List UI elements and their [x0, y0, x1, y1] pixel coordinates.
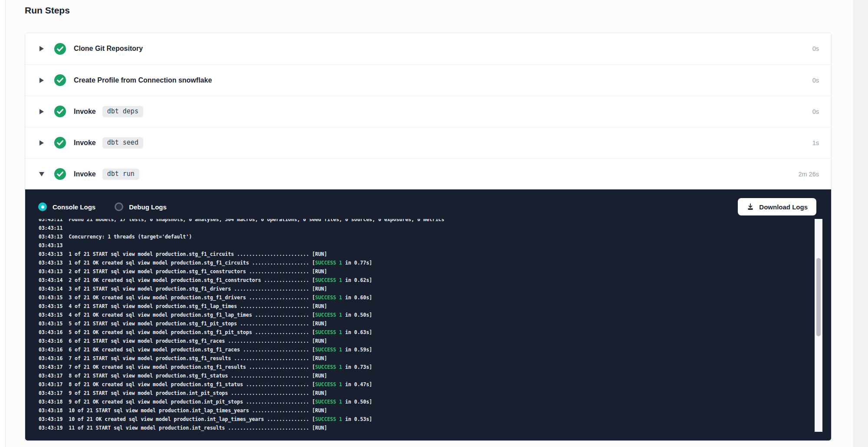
log-line: 03:43:16 6 of 21 START sql view model pr… [39, 337, 831, 345]
step-command-badge: dbt deps [102, 106, 143, 117]
step-row[interactable]: Invokedbt run2m 26s [25, 158, 831, 189]
log-line: 03:43:16 7 of 21 START sql view model pr… [39, 354, 831, 363]
log-scrollbar[interactable] [815, 219, 822, 432]
log-line: 03:43:17 7 of 21 OK created sql view mod… [39, 363, 831, 371]
log-line: 03:43:16 6 of 21 OK created sql view mod… [39, 345, 831, 354]
step-row[interactable]: Clone Git Repository0s [25, 33, 831, 64]
log-line: 03:43:11 Found 21 models, 17 tests, 0 sn… [39, 219, 831, 224]
log-line: 03:43:17 9 of 21 START sql view model pr… [39, 389, 831, 397]
log-line: 03:43:15 4 of 21 OK created sql view mod… [39, 311, 831, 319]
step-row[interactable]: Invokedbt deps0s [25, 96, 831, 127]
step-title: Invoke [74, 139, 96, 147]
chevron-down-icon[interactable] [38, 172, 45, 176]
step-title: Invoke [74, 170, 96, 178]
log-line: 03:43:14 3 of 21 START sql view model pr… [39, 285, 831, 293]
log-line: 03:43:13 1 of 21 START sql view model pr… [39, 250, 831, 258]
log-line: 03:43:19 10 of 21 OK created sql view mo… [39, 415, 831, 424]
log-scrollbar-thumb[interactable] [816, 258, 821, 336]
success-check-icon [54, 106, 66, 117]
log-line: 03:43:17 8 of 21 START sql view model pr… [39, 371, 831, 380]
radio-console-logs[interactable]: Console Logs [38, 202, 95, 211]
log-line: 03:43:15 3 of 21 OK created sql view mod… [39, 293, 831, 302]
download-logs-label: Download Logs [759, 203, 808, 211]
chevron-right-icon[interactable] [38, 78, 45, 83]
step-duration: 1s [812, 139, 819, 146]
log-line: 03:43:11 [39, 224, 831, 232]
page-title: Run Steps [25, 5, 70, 16]
console-header: Console Logs Debug Logs Download Logs [25, 189, 831, 217]
step-title: Clone Git Repository [74, 45, 143, 53]
success-check-icon [54, 137, 66, 149]
console-log-output[interactable]: 03:43:11 Found 21 models, 17 tests, 0 sn… [25, 219, 831, 436]
log-lines: 03:43:11 Found 21 models, 17 tests, 0 sn… [25, 219, 831, 432]
log-line: 03:43:18 10 of 21 START sql view model p… [39, 406, 831, 415]
success-check-icon [54, 74, 66, 86]
run-steps-card: Clone Git Repository0sCreate Profile fro… [25, 33, 832, 441]
download-logs-button[interactable]: Download Logs [738, 198, 816, 215]
log-line: 03:43:13 Concurrency: 1 threads (target=… [39, 232, 831, 241]
log-line: 03:43:16 5 of 21 OK created sql view mod… [39, 328, 831, 337]
chevron-right-icon[interactable] [38, 109, 45, 114]
chevron-right-icon[interactable] [38, 140, 45, 146]
log-line: 03:43:13 1 of 21 OK created sql view mod… [39, 258, 831, 267]
log-line: 03:43:15 4 of 21 START sql view model pr… [39, 302, 831, 311]
log-line: 03:43:13 2 of 21 START sql view model pr… [39, 267, 831, 276]
radio-debug-logs[interactable]: Debug Logs [115, 202, 167, 211]
success-check-icon [54, 43, 66, 55]
success-check-icon [54, 168, 66, 180]
step-title: Invoke [74, 108, 96, 116]
log-line: 03:43:19 11 of 21 START sql view model p… [39, 424, 831, 432]
step-command-badge: dbt run [102, 169, 139, 180]
right-gutter [854, 0, 868, 447]
step-title: Create Profile from Connection snowflake [74, 76, 212, 84]
step-duration: 0s [812, 45, 819, 52]
step-duration: 2m 26s [798, 171, 819, 178]
radio-unselected-icon[interactable] [115, 202, 123, 211]
step-command-badge: dbt seed [102, 137, 143, 149]
log-line: 03:43:15 5 of 21 START sql view model pr… [39, 319, 831, 328]
radio-debug-logs-label: Debug Logs [129, 203, 167, 211]
step-duration: 0s [812, 108, 819, 115]
step-row[interactable]: Invokedbt seed1s [25, 127, 831, 158]
log-line: 03:43:14 2 of 21 OK created sql view mod… [39, 276, 831, 285]
chevron-right-icon[interactable] [38, 46, 45, 51]
step-duration: 0s [812, 77, 819, 84]
run-steps-list: Clone Git Repository0sCreate Profile fro… [25, 33, 831, 189]
radio-console-logs-label: Console Logs [53, 203, 95, 211]
console-panel: Console Logs Debug Logs Download Logs 03… [25, 189, 831, 440]
step-row[interactable]: Create Profile from Connection snowflake… [25, 64, 831, 96]
log-line: 03:43:18 9 of 21 OK created sql view mod… [39, 397, 831, 406]
left-gutter [0, 0, 6, 447]
log-line: 03:43:17 8 of 21 OK created sql view mod… [39, 380, 831, 389]
radio-selected-icon[interactable] [38, 202, 47, 211]
log-line: 03:43:13 [39, 241, 831, 250]
download-icon [746, 203, 754, 211]
